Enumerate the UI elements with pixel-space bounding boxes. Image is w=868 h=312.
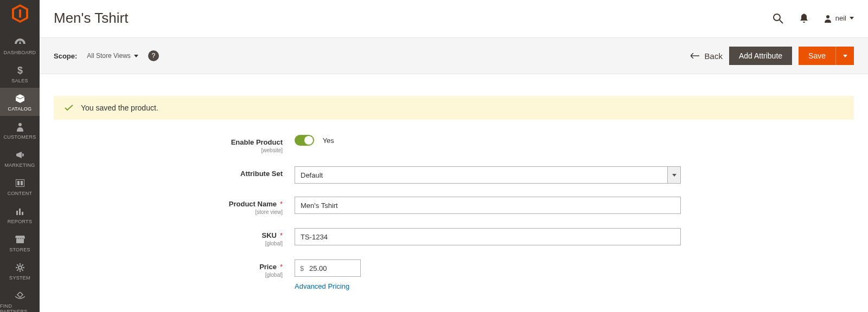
- nav-label: DASHBOARD: [4, 50, 36, 55]
- caret-down-icon: [134, 55, 138, 57]
- toolbar-left: Scope: All Store Views ?: [54, 50, 159, 61]
- scope-help-button[interactable]: ?: [148, 50, 159, 61]
- sidebar-item-reports[interactable]: REPORTS: [0, 200, 40, 229]
- caret-down-icon: [672, 174, 676, 177]
- field-label-col: Price* [global]: [56, 259, 295, 278]
- back-button[interactable]: Back: [691, 51, 723, 61]
- nav-label: REPORTS: [8, 219, 32, 224]
- field-control-col: Yes: [295, 135, 334, 146]
- nav-label: SALES: [11, 78, 28, 83]
- add-attribute-button[interactable]: Add Attribute: [729, 47, 792, 65]
- svg-point-1: [18, 123, 22, 126]
- gear-icon: [16, 262, 24, 273]
- required-mark: *: [280, 263, 283, 271]
- field-label-col: SKU* [global]: [56, 228, 295, 246]
- caret-down-icon: [843, 55, 847, 57]
- user-name: neil: [835, 14, 846, 22]
- advanced-pricing-link[interactable]: Advanced Pricing: [295, 282, 349, 290]
- field-label-col: Enable Product [website]: [56, 135, 295, 153]
- page-header: Men's Tshirt neil: [40, 0, 868, 37]
- sidebar-item-customers[interactable]: CUSTOMERS: [0, 116, 40, 144]
- product-name-input[interactable]: [295, 197, 681, 214]
- save-options-button[interactable]: [835, 47, 854, 65]
- cube-icon: [15, 93, 25, 104]
- enable-product-toggle[interactable]: [295, 135, 314, 146]
- sidebar-item-content[interactable]: CONTENT: [0, 172, 40, 200]
- user-icon: [824, 14, 832, 23]
- search-button[interactable]: [771, 12, 784, 25]
- main-content: Men's Tshirt neil Scope: All Store Views…: [40, 0, 868, 312]
- bar-chart-icon: [16, 206, 24, 217]
- scope-label: Scope:: [54, 52, 77, 60]
- sku-input[interactable]: [295, 228, 681, 245]
- sidebar-item-system[interactable]: SYSTEM: [0, 257, 40, 285]
- svg-rect-4: [21, 181, 23, 185]
- megaphone-icon: [15, 150, 25, 160]
- field-label-col: Attribute Set: [56, 166, 295, 178]
- store-icon: [15, 234, 25, 245]
- sidebar-item-catalog[interactable]: CATALOG: [0, 88, 40, 116]
- toggle-value-text: Yes: [323, 136, 334, 145]
- gauge-icon: [15, 37, 25, 48]
- sidebar-item-stores[interactable]: STORES: [0, 229, 40, 257]
- page-title: Men's Tshirt: [54, 10, 128, 27]
- nav-label: MARKETING: [4, 162, 35, 168]
- nav-label: SYSTEM: [9, 275, 30, 281]
- svg-point-8: [18, 266, 22, 269]
- required-mark: *: [280, 231, 283, 239]
- field-attribute-set: Attribute Set Default: [56, 166, 852, 184]
- save-button[interactable]: Save: [799, 47, 835, 65]
- toolbar-right: Back Add Attribute Save: [691, 47, 854, 65]
- currency-prefix: $: [300, 259, 304, 277]
- field-sku: SKU* [global]: [56, 228, 852, 246]
- sidebar-item-dashboard[interactable]: DASHBOARD: [0, 31, 40, 60]
- field-label: SKU: [261, 231, 276, 239]
- partners-icon: [15, 290, 25, 301]
- magento-logo[interactable]: [9, 4, 31, 23]
- price-input[interactable]: [295, 259, 361, 277]
- field-sublabel: [website]: [56, 147, 283, 153]
- field-label-col: Product Name* [store view]: [56, 197, 295, 215]
- dollar-icon: $: [16, 65, 24, 76]
- attribute-set-select[interactable]: Default: [295, 166, 681, 184]
- nav-label: FIND PARTNERS: [0, 303, 40, 312]
- header-actions: neil: [771, 12, 854, 25]
- price-input-wrap: $: [295, 259, 361, 277]
- field-control-col: Default: [295, 166, 681, 184]
- notifications-button[interactable]: [797, 12, 810, 25]
- select-value: Default: [295, 166, 668, 184]
- success-message-text: You saved the product.: [81, 103, 158, 112]
- caret-down-icon: [850, 17, 854, 20]
- svg-rect-2: [16, 179, 24, 187]
- field-sublabel: [store view]: [56, 209, 283, 215]
- svg-line-10: [780, 20, 783, 23]
- required-mark: *: [280, 200, 283, 208]
- field-control-col: $ Advanced Pricing: [295, 259, 361, 290]
- field-enable-product: Enable Product [website] Yes: [56, 135, 852, 153]
- svg-point-11: [826, 15, 829, 18]
- success-message: You saved the product.: [54, 96, 854, 120]
- svg-text:$: $: [17, 66, 22, 75]
- select-caret: [668, 166, 681, 184]
- field-sublabel: [global]: [56, 240, 283, 246]
- sidebar-item-sales[interactable]: $ SALES: [0, 60, 40, 88]
- field-control-col: [295, 197, 681, 214]
- sidebar-item-find-partners[interactable]: FIND PARTNERS: [0, 285, 40, 312]
- field-product-name: Product Name* [store view]: [56, 197, 852, 215]
- field-label: Attribute Set: [240, 170, 283, 178]
- nav-label: CATALOG: [8, 106, 32, 112]
- svg-rect-6: [19, 209, 21, 215]
- nav-label: CONTENT: [8, 191, 33, 196]
- check-icon: [65, 105, 73, 111]
- field-label: Price: [259, 263, 277, 271]
- sidebar: DASHBOARD $ SALES CATALOG CUSTOMERS MARK…: [0, 0, 40, 312]
- field-label: Enable Product: [231, 138, 283, 146]
- bell-icon: [800, 14, 808, 23]
- layout-icon: [16, 178, 24, 188]
- toolbar: Scope: All Store Views ? Back Add Attrib…: [40, 37, 868, 74]
- scope-switcher[interactable]: All Store Views: [87, 52, 138, 60]
- user-menu[interactable]: neil: [824, 14, 854, 23]
- nav-label: CUSTOMERS: [3, 134, 36, 140]
- product-form: Enable Product [website] Yes Attribute S…: [40, 135, 868, 312]
- sidebar-item-marketing[interactable]: MARKETING: [0, 144, 40, 172]
